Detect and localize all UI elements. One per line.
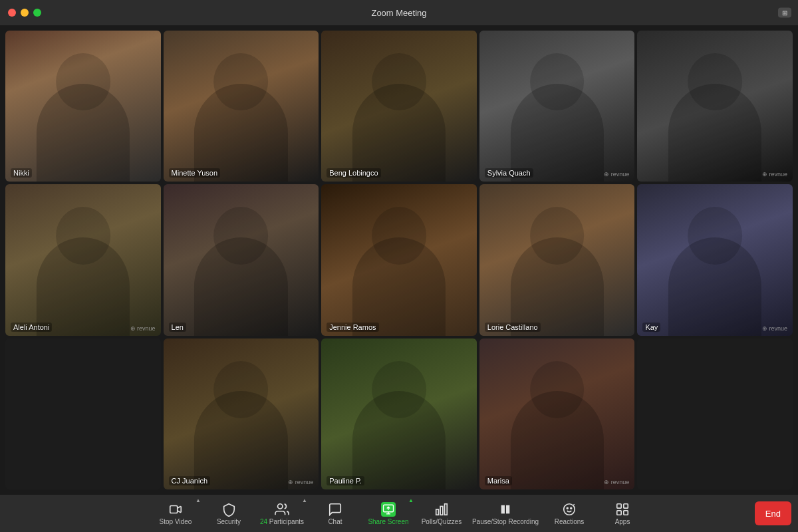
participant-name-sylvia: Sylvia Quach: [485, 168, 533, 178]
video-cell-empty-2: [637, 338, 793, 489]
title-bar: Zoom Meeting ⊞: [0, 0, 798, 25]
svg-rect-3: [440, 506, 443, 515]
svg-rect-11: [624, 503, 628, 507]
apps-button[interactable]: Apps: [596, 495, 649, 532]
security-label: Security: [217, 518, 241, 525]
chat-label: Chat: [328, 518, 342, 525]
svg-rect-6: [507, 505, 509, 513]
participant-video-pauline: [321, 338, 477, 489]
participant-video-p5: [637, 31, 793, 182]
window-title: Zoom Meeting: [371, 8, 426, 18]
video-cell-p5[interactable]: ⊕ revnue: [637, 31, 793, 182]
svg-point-8: [567, 507, 568, 509]
end-meeting-label: End: [765, 509, 781, 519]
participants-chevron: ▲: [302, 497, 307, 503]
share-screen-label: Share Screen: [368, 518, 408, 525]
video-cell-lorie[interactable]: Lorie Castillano: [479, 184, 635, 335]
participants-button[interactable]: ▲ 24 Participants: [255, 495, 309, 532]
participant-video-cj: [164, 338, 319, 489]
video-grid: Nikki Minette Yuson Beng Lobingco Sylvia…: [5, 31, 793, 489]
pause-recording-label: Pause/Stop Recording: [472, 518, 539, 525]
participant-name-marisa: Marisa: [485, 476, 512, 485]
participant-name-beng: Beng Lobingco: [327, 168, 380, 178]
polls-icon: [434, 502, 449, 517]
revnue-badge-marisa: ⊕ revnue: [604, 479, 629, 485]
revnue-badge-p5: ⊕ revnue: [762, 171, 787, 178]
video-cell-beng[interactable]: Beng Lobingco: [321, 31, 477, 182]
share-screen-icon: [381, 502, 396, 517]
revnue-badge-cj: ⊕ revnue: [288, 479, 313, 485]
svg-rect-4: [445, 503, 448, 515]
video-cell-minette[interactable]: Minette Yuson: [164, 31, 319, 182]
reactions-icon: [562, 502, 577, 517]
participant-name-aleli: Aleli Antoni: [11, 323, 52, 332]
shield-icon: [221, 502, 236, 517]
chat-icon: [328, 502, 342, 517]
apps-icon: [615, 502, 630, 517]
participant-name-pauline: Pauline P.: [327, 476, 364, 485]
video-icon: [168, 502, 183, 517]
svg-point-7: [564, 503, 575, 515]
participant-video-lorie: [479, 184, 635, 335]
participant-name-cj: CJ Juanich: [169, 476, 210, 485]
video-cell-marisa[interactable]: Marisa ⊕ revnue: [479, 338, 635, 489]
recording-icon: [498, 502, 513, 517]
participant-name-kay: Kay: [642, 323, 660, 332]
security-button[interactable]: Security: [202, 495, 255, 532]
participant-video-kay: [637, 184, 793, 335]
participant-name-jennie: Jennie Ramos: [327, 323, 378, 332]
revnue-badge-kay: ⊕ revnue: [762, 325, 787, 332]
traffic-lights: [8, 9, 41, 17]
participant-video-beng: [321, 31, 477, 182]
revnue-badge-aleli: ⊕ revnue: [130, 325, 156, 332]
participant-video-len: [164, 184, 319, 335]
svg-rect-5: [501, 505, 504, 513]
svg-rect-2: [436, 509, 439, 515]
top-right-button[interactable]: ⊞: [778, 8, 791, 18]
video-cell-sylvia[interactable]: Sylvia Quach ⊕ revnue: [479, 31, 635, 182]
share-screen-button[interactable]: ▲ Share Screen: [362, 495, 415, 532]
video-cell-len[interactable]: Len: [164, 184, 319, 335]
fullscreen-button[interactable]: [33, 9, 41, 17]
video-cell-aleli[interactable]: Aleli Antoni ⊕ revnue: [5, 184, 161, 335]
svg-point-0: [278, 503, 283, 508]
participant-video-nikki: [5, 31, 161, 182]
minimize-button[interactable]: [21, 9, 29, 17]
video-cell-cj[interactable]: CJ Juanich ⊕ revnue: [164, 338, 319, 489]
polls-label: Polls/Quizzes: [422, 518, 462, 525]
video-cell-kay[interactable]: Kay ⊕ revnue: [637, 184, 793, 335]
video-area: Nikki Minette Yuson Beng Lobingco Sylvia…: [0, 25, 798, 495]
close-button[interactable]: [8, 9, 16, 17]
svg-rect-12: [617, 510, 621, 514]
end-meeting-button[interactable]: End: [755, 501, 791, 525]
reactions-label: Reactions: [555, 518, 584, 525]
stop-video-button[interactable]: ▲ Stop Video: [149, 495, 202, 532]
participant-name-minette: Minette Yuson: [169, 168, 221, 178]
polls-button[interactable]: Polls/Quizzes: [415, 495, 468, 532]
participant-video-aleli: [5, 184, 161, 335]
participant-video-marisa: [479, 338, 635, 489]
participant-name-lorie: Lorie Castillano: [485, 323, 541, 332]
participant-name-len: Len: [169, 323, 186, 332]
participant-name-nikki: Nikki: [11, 168, 32, 178]
apps-label: Apps: [615, 518, 630, 525]
participant-video-sylvia: [479, 31, 635, 182]
video-cell-nikki[interactable]: Nikki: [5, 31, 161, 182]
stop-video-label: Stop Video: [160, 518, 192, 525]
chat-button[interactable]: Chat: [309, 495, 362, 532]
participant-video-jennie: [321, 184, 477, 335]
people-icon: [275, 502, 289, 517]
stop-video-chevron: ▲: [196, 497, 201, 503]
participant-video-minette: [164, 31, 319, 182]
pause-recording-button[interactable]: Pause/Stop Recording: [468, 495, 543, 532]
reactions-button[interactable]: Reactions: [543, 495, 596, 532]
svg-point-9: [571, 507, 572, 509]
video-cell-jennie[interactable]: Jennie Ramos: [321, 184, 477, 335]
video-cell-pauline[interactable]: Pauline P.: [321, 338, 477, 489]
svg-rect-13: [624, 510, 628, 514]
participants-count-badge: 24: [260, 518, 267, 525]
video-cell-empty-1: [5, 338, 161, 489]
revnue-badge-sylvia: ⊕ revnue: [604, 171, 629, 178]
participants-label: 24 Participants: [260, 518, 304, 525]
share-screen-chevron: ▲: [408, 497, 414, 503]
